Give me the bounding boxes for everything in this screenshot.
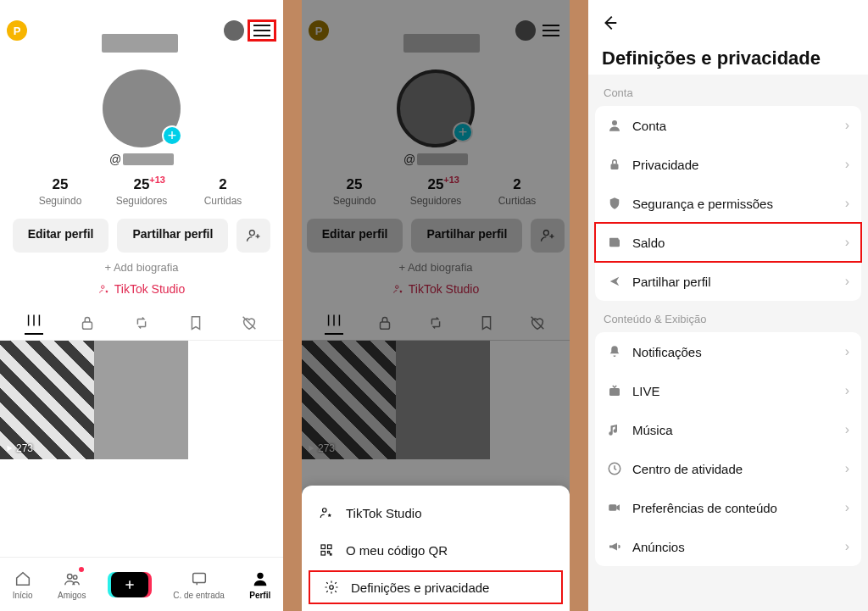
play-count: 273	[307, 442, 335, 454]
bottom-nav: Início Amigos C. de entrada Perfil	[0, 557, 283, 611]
at-sign: @	[403, 153, 415, 166]
inbox-icon	[189, 569, 209, 589]
content-tabbar	[302, 303, 570, 341]
row-account[interactable]: Conta ›	[595, 106, 861, 145]
repost-icon	[426, 314, 445, 332]
video-thumb[interactable]: 273	[0, 341, 94, 459]
nav-profile[interactable]: Perfil	[249, 569, 270, 600]
svg-rect-5	[192, 574, 205, 583]
add-friend-button[interactable]	[236, 219, 270, 253]
likes-label: Curtidas	[476, 195, 558, 207]
settings-body: Conta Conta › Privacidade › Segurança e …	[588, 75, 868, 611]
row-balance[interactable]: Saldo ›	[595, 223, 861, 262]
tab-repost[interactable]	[132, 314, 151, 332]
share-profile-button[interactable]: Partilhar perfil	[117, 219, 228, 253]
hamburger-icon	[253, 25, 270, 36]
row-privacy-label: Privacidade	[632, 158, 698, 172]
row-balance-label: Saldo	[632, 236, 665, 250]
nav-home-label: Início	[13, 591, 33, 600]
row-security[interactable]: Segurança e permissões ›	[595, 184, 861, 223]
edit-profile-button: Editar perfil	[307, 219, 403, 253]
profile-buttons: Editar perfil Partilhar perfil	[302, 219, 570, 253]
followers-count: 25	[101, 176, 182, 193]
menu-sheet: TikTok Studio O meu código QR Definições…	[302, 486, 570, 611]
svg-point-16	[330, 586, 334, 590]
page-title: Definições e privacidade	[588, 46, 868, 75]
grid-icon	[325, 311, 343, 330]
avatar-icon: +	[397, 69, 475, 147]
row-activity-center[interactable]: Centro de atividade ›	[595, 449, 861, 488]
tab-saved[interactable]	[186, 314, 205, 332]
topbar-right	[224, 19, 276, 42]
add-bio-button[interactable]: + Add biografia	[0, 261, 283, 274]
row-music[interactable]: Música ›	[595, 410, 861, 449]
nav-create[interactable]	[111, 572, 148, 597]
person-plus-icon	[539, 227, 556, 244]
header	[588, 0, 868, 46]
arrow-left-icon	[600, 14, 619, 32]
heart-off-icon	[528, 314, 547, 332]
following-label: Seguindo	[314, 195, 395, 207]
row-notifications[interactable]: Notificações ›	[595, 332, 861, 371]
person-star-icon	[392, 283, 404, 295]
sheet-settings-label: Definições e privacidade	[351, 580, 489, 595]
at-sign: @	[109, 153, 121, 166]
add-bio-button: + Add biografia	[302, 261, 570, 274]
followers-badge: +13	[149, 175, 165, 185]
profile-screen: P + @ 25 Seguindo +13 25 Seguidores 2	[0, 0, 283, 611]
nav-inbox[interactable]: C. de entrada	[173, 569, 225, 600]
sheet-settings-privacy[interactable]: Definições e privacidade	[307, 569, 565, 606]
row-privacy[interactable]: Privacidade ›	[595, 145, 861, 184]
row-ads-label: Anúncios	[632, 540, 685, 554]
svg-rect-12	[328, 545, 332, 549]
followers-count: 25	[395, 176, 476, 193]
avatar-thumb-icon	[515, 20, 536, 41]
tab-private[interactable]	[78, 314, 97, 332]
row-live[interactable]: LIVE ›	[595, 371, 861, 410]
tab-liked[interactable]	[240, 314, 259, 332]
menu-button[interactable]	[248, 19, 276, 42]
menu-button[interactable]	[539, 22, 563, 39]
chevron-right-icon: ›	[845, 539, 849, 554]
tab-repost	[426, 314, 445, 332]
tab-liked	[528, 314, 547, 332]
row-account-label: Conta	[632, 119, 666, 133]
hamburger-icon	[542, 25, 559, 36]
back-button[interactable]	[600, 14, 619, 32]
row-share-profile[interactable]: Partilhar perfil ›	[595, 262, 861, 301]
profile-icon	[250, 569, 270, 589]
tiktok-studio-button[interactable]: TikTok Studio	[0, 282, 283, 296]
tab-grid[interactable]	[25, 311, 43, 335]
add-avatar-icon[interactable]: +	[162, 125, 182, 146]
person-icon	[607, 118, 622, 133]
sheet-qr-code[interactable]: O meu código QR	[302, 531, 570, 569]
sheet-tiktok-studio[interactable]: TikTok Studio	[302, 494, 570, 531]
row-content-pref-label: Preferências de conteúdo	[632, 501, 777, 515]
video-grid: 273	[302, 341, 570, 459]
play-count: 273	[5, 442, 33, 454]
nav-home[interactable]: Início	[13, 569, 33, 600]
avatar-icon[interactable]: +	[103, 69, 181, 147]
profile-block: + @	[0, 51, 283, 166]
followers-label: Seguidores	[395, 195, 476, 207]
nav-friends[interactable]: Amigos	[58, 569, 86, 600]
friends-icon	[62, 569, 82, 589]
row-live-label: LIVE	[632, 384, 660, 398]
play-count-num: 273	[318, 442, 335, 454]
stat-followers: +13 25 Seguidores	[395, 176, 476, 207]
lock-icon	[78, 314, 97, 332]
stat-following[interactable]: 25 Seguindo	[19, 176, 101, 207]
topbar: P	[0, 0, 283, 51]
chevron-right-icon: ›	[845, 500, 849, 515]
stat-likes[interactable]: 2 Curtidas	[182, 176, 264, 207]
svg-point-6	[257, 573, 263, 579]
video-thumb-redacted[interactable]	[94, 341, 188, 459]
stat-followers[interactable]: +13 25 Seguidores	[101, 176, 182, 207]
person-star-icon	[98, 283, 110, 295]
svg-rect-20	[609, 238, 619, 241]
row-content-pref[interactable]: Preferências de conteúdo ›	[595, 488, 861, 527]
profile-buttons: Editar perfil Partilhar perfil	[0, 219, 283, 253]
music-icon	[607, 422, 622, 437]
edit-profile-button[interactable]: Editar perfil	[13, 219, 109, 253]
row-ads[interactable]: Anúncios ›	[595, 527, 861, 566]
